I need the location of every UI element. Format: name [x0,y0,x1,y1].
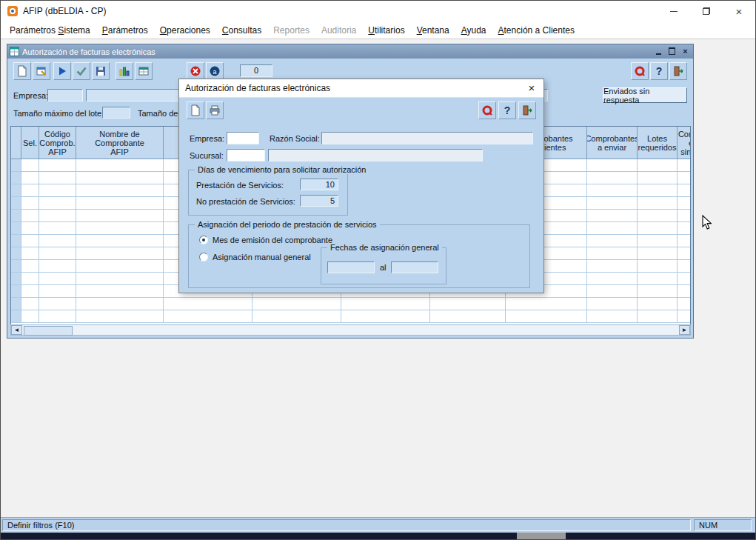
fecha-desde-input[interactable] [327,261,375,273]
save-button[interactable] [92,62,110,80]
child-close-button[interactable]: × [680,46,691,56]
horizontal-scrollbar[interactable]: ◄ ► [10,324,691,336]
dialog-close-button[interactable]: × [520,79,543,96]
fechas-group-title: Fechas de asignación general [327,243,442,252]
dialog-context-help-button[interactable] [478,101,496,119]
table-cell [11,172,21,184]
cancel-batch-button[interactable] [187,62,204,80]
bar-columns-icon [118,65,130,77]
sucursal-input[interactable] [227,149,265,161]
radio-button-icon [199,236,208,244]
table-cell [678,159,691,172]
prestacion-value-field[interactable]: 10 [300,179,338,190]
mdi-area: Autorización de facturas electrónicas × [1,39,755,518]
grid-column-header-nombre-comprobante-afip: Nombre de Comprobante AFIP [76,127,164,159]
tamano-maximo-field[interactable] [102,107,130,119]
grid-column-header-comprobantes-a-enviar: Comprobantes a enviar [587,127,638,159]
blue-a-circle-icon: a [209,65,221,77]
table-cell [678,197,691,210]
table-cell [39,222,76,235]
window-title: AFIP (dbELDIA - CP) [23,6,106,16]
vencimiento-groupbox: Días de vencimiento para solicitar autor… [188,170,348,216]
menu-item-auditoria: Auditoria [315,23,362,38]
sucursal-detail-field [268,149,483,161]
enviados-sin-respuesta-button[interactable]: Enviados sin respuesta [603,87,687,103]
menu-item-atencion-clientes[interactable]: Atención a Clientes [492,23,581,38]
no-prestacion-value-field[interactable]: 5 [300,195,338,207]
menu-bar: Parámetros SistemaParámetrosOperacionesC… [1,21,755,39]
red-ring-icon [481,104,493,116]
new-button[interactable] [13,62,31,80]
table-cell [587,260,638,273]
authorize-button[interactable]: a [206,62,224,80]
table-cell [21,273,39,285]
menu-item-ayuda[interactable]: Ayuda [455,23,492,38]
grid-export-button[interactable] [135,62,153,80]
fecha-hasta-input[interactable] [391,261,438,273]
app-icon [7,5,19,17]
menu-item-parametros-sistema[interactable]: Parámetros Sistema [4,23,96,38]
restore-button[interactable] [690,1,723,21]
run-button[interactable] [53,62,71,80]
table-cell [76,222,164,235]
table-cell [11,260,21,273]
dialog-help-button[interactable]: ? [498,101,516,119]
table-cell [587,172,638,184]
scroll-right-button[interactable]: ► [679,325,690,335]
fechas-groupbox: Fechas de asignación general al [321,247,446,284]
table-cell [638,184,678,197]
radio-asignacion-manual[interactable]: Asignación manual general [199,253,311,261]
num-lock-indicator: NUM [694,519,752,531]
table-cell [76,197,164,210]
dialog-print-button[interactable] [206,101,224,119]
exit-door-icon [672,65,684,77]
table-cell [21,172,39,184]
dialog-title-bar[interactable]: Autorización de facturas electrónicas × [179,79,543,98]
table-cell [506,298,587,310]
child-maximize-button[interactable] [666,46,678,56]
properties-button[interactable] [33,62,50,80]
exit-button[interactable] [669,62,687,80]
table-cell [506,310,587,323]
new-document-icon [190,104,201,116]
child-title-bar[interactable]: Autorización de facturas electrónicas × [7,44,693,59]
table-cell [39,260,76,273]
form-edit-icon [36,65,47,77]
table-cell [21,159,39,172]
table-cell [587,197,638,210]
context-help-button[interactable] [631,62,649,80]
empresa-code-field[interactable] [47,89,83,101]
table-cell [76,210,164,222]
child-minimize-button[interactable] [653,46,664,56]
exit-door-icon [521,104,533,116]
table-cell [11,310,21,323]
menu-item-parametros[interactable]: Parámetros [96,23,154,38]
minimize-button[interactable] [658,1,690,21]
dialog-empresa-input[interactable] [227,132,259,144]
dialog-title: Autorización de facturas electrónicas [185,83,330,93]
help-button[interactable]: ? [650,62,668,80]
scrollbar-thumb[interactable] [24,326,73,336]
database-button[interactable] [116,62,133,80]
dialog-exit-button[interactable] [518,101,536,119]
dialog-empresa-label: Empresa: [190,134,224,143]
dialog-new-button[interactable] [187,101,204,119]
confirm-button[interactable] [73,62,90,80]
question-mark-icon: ? [504,104,511,116]
table-cell [21,210,39,222]
close-button[interactable]: × [723,1,755,21]
prestacion-label: Prestación de Servicios: [196,181,284,190]
menu-item-ventana[interactable]: Ventana [411,23,455,38]
table-cell [164,310,252,323]
table-cell [76,159,164,172]
table-cell [39,247,76,260]
table-cell [678,247,691,260]
table-cell [252,298,341,310]
lote-counter-field[interactable]: 0 [240,64,272,77]
menu-item-utilitarios[interactable]: Utilitarios [362,23,410,38]
menu-item-consultas[interactable]: Consultas [216,23,267,38]
scroll-left-button[interactable]: ◄ [11,325,22,335]
radio-mes-emision[interactable]: Mes de emisión del comprobante [199,236,332,244]
table-row [11,298,690,310]
menu-item-operaciones[interactable]: Operaciones [154,23,216,38]
